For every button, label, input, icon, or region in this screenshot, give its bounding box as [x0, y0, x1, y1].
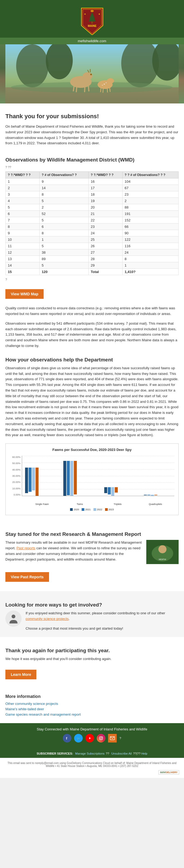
more-info-link-2[interactable]: Maine's white-tailed deer — [5, 707, 179, 711]
research-image: MDIFW — [146, 540, 179, 564]
obs1-cell: 1 — [40, 237, 88, 243]
learn-more-button[interactable]: Learn More — [5, 670, 36, 679]
thank-you-again-heading: Thank you again for participating this y… — [5, 648, 179, 654]
x-label-twins: Twins — [61, 503, 99, 505]
get-involved-text: If you enjoyed watching deer this summer… — [26, 611, 179, 631]
wmd1-cell: 15 — [6, 269, 40, 275]
wmd-heading: Observations by Wildlife Management Dist… — [5, 157, 179, 163]
col-obs2: ? ? # of Observations? ? ? — [122, 172, 178, 179]
bar-2020-single — [25, 468, 28, 493]
svg-text:f: f — [66, 736, 67, 740]
research-heading: Stay tuned for the next Research & Manag… — [5, 531, 179, 537]
obs2-cell: 2 — [122, 198, 178, 204]
govdelivery-logo: GOVDELIVERY — [2, 769, 182, 776]
obs2-cell: 1 — [122, 262, 178, 269]
bar-2021-single — [29, 468, 31, 492]
obs1-cell: 2 — [40, 204, 88, 211]
obs2-cell: 24 — [122, 249, 178, 256]
svg-text:🐦: 🐦 — [77, 737, 81, 740]
legend-2021: 2021 — [82, 508, 90, 511]
past-reports-link[interactable]: Past reports — [17, 546, 35, 550]
svg-text:MAINE: MAINE — [87, 25, 97, 27]
obs1-cell: 5 — [40, 243, 88, 249]
wmd-table: ? ?.*WMD? ? ? ? # of Observations? ? ? ?… — [5, 172, 179, 275]
view-past-reports-button[interactable]: View Past Reports — [5, 572, 49, 582]
obs2-cell: 8 — [122, 256, 178, 262]
svg-text:★: ★ — [98, 13, 100, 15]
get-involved-section: Looking for more ways to get involved? I… — [0, 591, 184, 637]
obs2-cell: 104 — [122, 179, 178, 185]
email-icon[interactable] — [108, 734, 117, 743]
how-heading: How your observations help the Departmen… — [5, 357, 179, 363]
wmd2-cell: Total — [88, 269, 122, 275]
obs1-cell: 5 — [40, 262, 88, 269]
bar-2023-quad — [154, 495, 157, 495]
how-section: How your observations help the Departmen… — [0, 349, 184, 438]
bar-2021-quad — [147, 495, 150, 495]
x-label-quad: Quadruplets — [137, 503, 174, 505]
get-involved-punctuation: . — [69, 617, 70, 621]
footer-question: ? — [119, 737, 121, 740]
quality-text: Quality control was conducted to ensure … — [5, 306, 179, 317]
obs2-cell: 90 — [122, 230, 178, 237]
x-label-single: Single Fawn — [23, 503, 61, 505]
wmd-section: Observations by Wildlife Management Dist… — [0, 157, 184, 303]
more-info-heading: More information — [5, 694, 179, 699]
website-bar: mefishwildlife.com — [0, 38, 184, 44]
svg-point-13 — [11, 82, 173, 93]
view-wmd-map-button[interactable]: View WMD Map — [5, 289, 44, 299]
obs1-cell: 8 — [40, 191, 88, 198]
get-involved-heading: Looking for more ways to get involved? — [5, 602, 179, 608]
chart-legend: 2020 2021 2022 2023 — [10, 508, 174, 511]
more-info-link-3[interactable]: Game species research and management rep… — [5, 712, 179, 716]
y-label-5: 50.00% — [10, 462, 21, 465]
wmd2-cell: 22 — [88, 217, 122, 224]
wmd2-cell: 23 — [88, 224, 122, 230]
svg-point-15 — [83, 72, 93, 80]
thank-you-section: Thank you for your submissions! On behal… — [0, 107, 184, 152]
obs2-cell: 191 — [122, 211, 178, 217]
svg-rect-2 — [91, 22, 93, 24]
table-row: 3 8 18 23 — [6, 191, 179, 198]
bar-2022-twins — [70, 461, 73, 496]
get-involved-body3: Choose a project that most interests you… — [26, 626, 179, 631]
wmd1-cell: 7 — [6, 217, 40, 224]
more-info-link-1[interactable]: Other community science projects — [5, 702, 179, 706]
social-icons-row: f 🐦 — [4, 734, 180, 743]
twitter-icon[interactable]: 🐦 — [74, 734, 83, 743]
unsubscribe-link[interactable]: Unsubscribe All — [111, 752, 132, 755]
instagram-icon[interactable] — [97, 734, 105, 743]
wmd2-cell: 29 — [88, 262, 122, 269]
facebook-icon[interactable]: f — [63, 734, 71, 743]
table-row: 4 5 19 2 — [6, 198, 179, 204]
obs1-cell: 5 — [40, 198, 88, 204]
youtube-icon[interactable] — [85, 734, 94, 743]
chart-title: Fawns per Successful Doe, 2020-2023 Deer… — [10, 448, 174, 452]
wmd1-cell: 4 — [6, 198, 40, 204]
obs1-cell: 52 — [40, 211, 88, 217]
subscriber-label: SUBSCRIBER SERVICES: — [37, 752, 73, 755]
wmd1-cell: 14 — [6, 262, 40, 269]
svg-point-31 — [102, 85, 103, 86]
research-section: Stay tuned for the next Research & Manag… — [0, 521, 184, 591]
svg-point-34 — [158, 545, 166, 553]
more-info-section: More information Other community science… — [0, 689, 184, 723]
legend-2023: 2023 — [105, 508, 114, 511]
table-row: 9 8 24 90 — [6, 230, 179, 237]
svg-point-20 — [90, 74, 92, 75]
table-row: 7 5 22 152 — [6, 217, 179, 224]
wmd1-cell: 5 — [6, 204, 40, 211]
bar-group-twins — [63, 461, 77, 496]
obs1-cell: 89 — [40, 256, 88, 262]
help-link[interactable]: Help — [141, 752, 147, 755]
wmd1-cell: 10 — [6, 237, 40, 243]
bar-2023-single — [35, 468, 38, 496]
chart-section: Fawns per Successful Doe, 2020-2023 Deer… — [0, 443, 184, 515]
manage-subscriptions-link[interactable]: Manage Subscriptions — [75, 752, 105, 755]
svg-point-8 — [16, 44, 49, 87]
community-science-link[interactable]: community science projects — [26, 617, 69, 621]
col-obs1: ? # of Observations? ? — [40, 172, 88, 179]
thank-you-heading: Thank you for your submissions! — [5, 113, 179, 120]
wmd2-cell: 27 — [88, 249, 122, 256]
wmd2-cell: 18 — [88, 191, 122, 198]
